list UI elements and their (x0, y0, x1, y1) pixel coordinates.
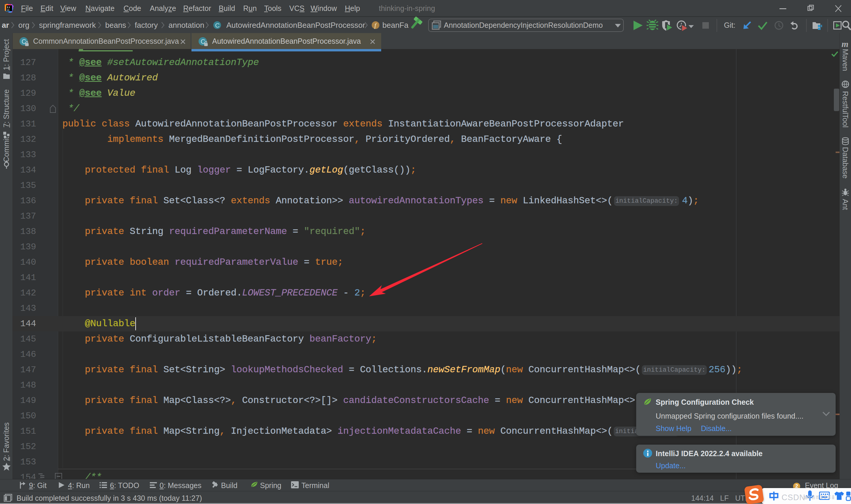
svg-text:C: C (215, 22, 220, 29)
svg-text:IJ: IJ (7, 6, 10, 9)
